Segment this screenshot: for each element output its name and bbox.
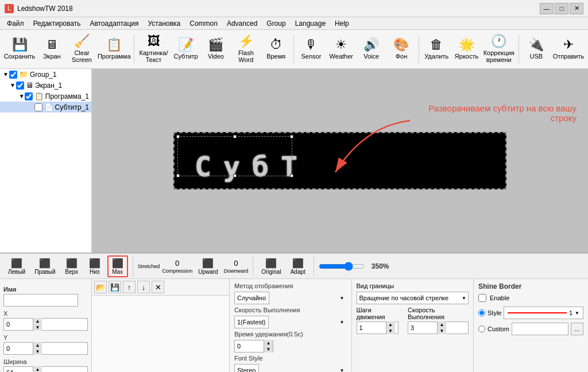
menu-setup[interactable]: Установка — [144, 18, 185, 29]
y-up-btn[interactable]: ▲ — [33, 342, 42, 348]
width-up-btn[interactable]: ▲ — [33, 366, 42, 372]
tree-item-group1[interactable]: ▼ 📁 Group_1 — [0, 69, 91, 80]
toolbar-program[interactable]: 📋 Программа — [98, 33, 130, 65]
minimize-button[interactable]: — — [540, 3, 554, 14]
toolbar-usb[interactable]: 🔌 USB — [523, 33, 550, 65]
menu-group[interactable]: Group — [262, 18, 290, 29]
toolbar-screen[interactable]: 🖥 Экран — [38, 33, 65, 65]
hold-up-btn[interactable]: ▲ — [264, 340, 273, 346]
custom-edit-btn[interactable]: … — [571, 323, 583, 335]
x-up-btn[interactable]: ▲ — [33, 318, 42, 324]
align-right-btn[interactable]: ⬛ Правый — [31, 256, 59, 277]
width-label: Ширина — [3, 358, 88, 365]
save-file-btn[interactable]: 💾 — [109, 281, 121, 293]
maximize-button[interactable]: □ — [555, 3, 568, 14]
steps-down-btn[interactable]: ▼ — [386, 328, 395, 334]
style-radio-label: Style — [488, 309, 501, 316]
speed2-down-btn[interactable]: ▼ — [437, 328, 446, 334]
upward-btn[interactable]: ⬛ Upward — [195, 256, 221, 277]
window-controls: — □ ✕ — [540, 3, 583, 14]
tree-check-prog1[interactable] — [25, 92, 32, 100]
toolbar-fon[interactable]: 🎨 Фон — [388, 33, 415, 65]
toolbar-sensor[interactable]: 🎙 Sensor — [297, 33, 325, 65]
fontstyle-label: Font Style — [234, 355, 303, 362]
voice-icon: 🔊 — [363, 38, 379, 51]
align-top-btn[interactable]: ⬛ Верх — [61, 256, 82, 277]
speed-select[interactable]: 1(Fastest) — [234, 316, 269, 328]
align-max-icon: ⬛ — [112, 258, 123, 269]
toolbar-delete[interactable]: 🗑 Удалить — [423, 33, 450, 65]
tree-check-subtitle1[interactable] — [34, 103, 42, 111]
align-max-btn[interactable]: ⬛ Max — [107, 255, 128, 277]
y-down-btn[interactable]: ▼ — [33, 348, 42, 355]
hold-down-btn[interactable]: ▼ — [264, 346, 273, 352]
tree-check-group1[interactable] — [9, 71, 17, 79]
style-radio[interactable] — [478, 309, 485, 316]
folder-icon: 📁 — [19, 70, 28, 79]
align-left-btn[interactable]: ⬛ Левый — [5, 256, 29, 277]
toolbar-time[interactable]: ⏱ Время — [262, 33, 290, 65]
open-file-btn[interactable]: 📂 — [94, 281, 107, 293]
speed2-up-btn[interactable]: ▲ — [437, 321, 446, 328]
x-input[interactable] — [4, 319, 33, 330]
timing-icon: 🕐 — [491, 35, 506, 48]
custom-radio[interactable] — [478, 326, 485, 332]
toolbar-clear[interactable]: 🧹 Clear Screen — [68, 33, 95, 65]
title-bar: L LedshowTW 2018 — □ ✕ — [0, 0, 588, 17]
toolbar-voice[interactable]: 🔊 Voice — [357, 33, 385, 65]
fontstyle-select-wrap: Stereo — [234, 364, 347, 372]
width-input[interactable] — [4, 367, 33, 372]
properties-left: Имя Субтитр_1 X ▲ ▼ Y ▲ ▼ — [0, 279, 92, 372]
steps-up-btn[interactable]: ▲ — [386, 321, 395, 328]
toolbar-subtitle[interactable]: 📝 Субтитр — [172, 33, 199, 65]
toolbar-save[interactable]: 💾 Сохранить — [3, 33, 36, 65]
menu-language[interactable]: Language — [291, 18, 330, 29]
toolbar-timing[interactable]: 🕐 Коррекция времени — [483, 33, 515, 65]
tree-item-subtitle1[interactable]: 📄 Субтитр_1 — [0, 102, 91, 113]
menu-edit[interactable]: Редактировать — [29, 18, 86, 29]
stretched-control: Stretched — [138, 264, 160, 269]
enable-checkbox[interactable] — [478, 294, 486, 302]
border-type-select[interactable]: Вращение по часовой стрелке — [357, 292, 469, 304]
align-bottom-btn[interactable]: ⬛ Низ — [84, 256, 105, 277]
save-icon: 💾 — [12, 38, 28, 51]
speed2-label: Скорость Выполнения — [408, 307, 469, 320]
x-down-btn[interactable]: ▼ — [33, 324, 42, 331]
move-up-btn[interactable]: ↑ — [123, 281, 136, 293]
name-input[interactable]: Субтитр_1 — [3, 294, 78, 307]
delete-item-btn[interactable]: ✕ — [152, 281, 164, 293]
tree-item-screen1[interactable]: ▼ 🖥 Экран_1 — [0, 80, 91, 91]
menu-common[interactable]: Common — [185, 18, 222, 29]
menu-file[interactable]: Файл — [2, 18, 29, 29]
toolbar-send[interactable]: ✈ Отправить — [552, 33, 585, 65]
tree-item-prog1[interactable]: ▼ 📋 Программа_1 — [0, 91, 91, 102]
adapt-btn[interactable]: ⬛ Adapt — [287, 256, 309, 277]
close-button[interactable]: ✕ — [570, 3, 583, 14]
properties-right: Метод отображения Случайно Скорость Выпо… — [230, 279, 351, 372]
move-down-btn[interactable]: ↓ — [137, 281, 150, 293]
tree-check-screen1[interactable] — [16, 82, 24, 90]
menu-autoadapt[interactable]: Автоадаптация — [85, 18, 143, 29]
annotation-arrow-svg — [318, 115, 433, 184]
method-select[interactable]: Случайно — [234, 292, 269, 304]
picture-icon: 🖼 — [148, 35, 160, 48]
tree-panel: ▼ 📁 Group_1 ▼ 🖥 Экран_1 ▼ 📋 Программа_1 … — [0, 69, 92, 253]
steps-input[interactable] — [357, 322, 386, 334]
zoom-slider[interactable] — [319, 262, 365, 271]
downward-control: 0 Downward — [224, 259, 249, 274]
fontstyle-select[interactable]: Stereo — [234, 364, 259, 372]
y-input[interactable] — [4, 343, 33, 354]
toolbar-picture[interactable]: 🖼 Картинка/Текст — [138, 33, 170, 65]
speed2-input[interactable] — [408, 322, 437, 334]
menu-advanced[interactable]: Advanced — [222, 18, 262, 29]
toolbar-flash[interactable]: ⚡ Flash Word — [232, 33, 260, 65]
bottom-section: ⬛ Левый ⬛ Правый ⬛ Верх ⬛ Низ ⬛ Max Stre… — [0, 253, 588, 372]
toolbar-brightness[interactable]: 🌟 Яркость — [452, 33, 480, 65]
toolbar-video[interactable]: 🎬 Video — [202, 33, 230, 65]
original-btn[interactable]: ⬛ Original — [258, 256, 284, 277]
toolbar-weather[interactable]: ☀ Weather — [327, 33, 355, 65]
hold-input[interactable] — [235, 340, 264, 352]
canvas-workspace: С у б Т — [92, 69, 588, 253]
menu-help[interactable]: Help — [330, 18, 354, 29]
upward-icon: ⬛ — [202, 258, 214, 269]
